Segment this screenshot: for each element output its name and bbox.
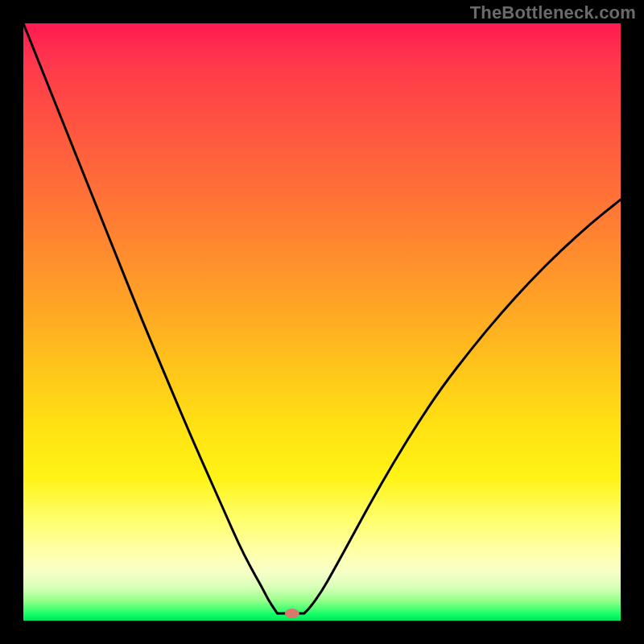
min-marker: [285, 609, 299, 618]
bottleneck-curve: [23, 23, 621, 613]
watermark-text: TheBottleneck.com: [470, 2, 636, 23]
chart-frame: TheBottleneck.com: [0, 0, 644, 644]
plot-area: [23, 23, 621, 621]
curve-layer: [23, 23, 621, 621]
